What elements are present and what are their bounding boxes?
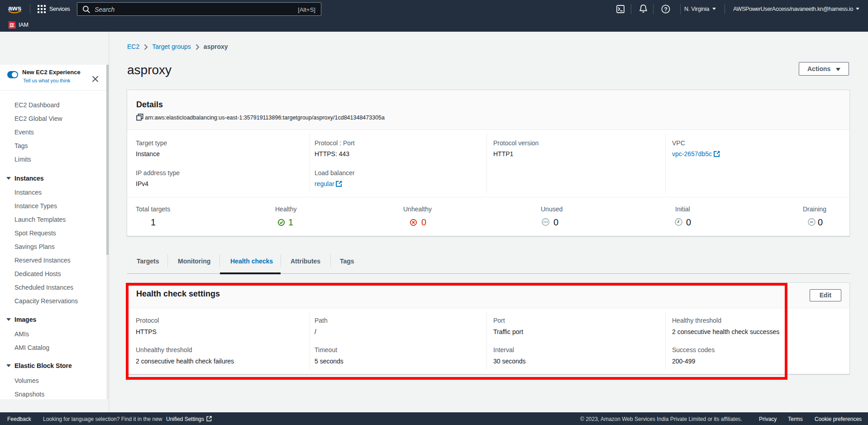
svg-text:aws: aws bbox=[8, 4, 21, 12]
svg-text:?: ? bbox=[664, 6, 668, 13]
